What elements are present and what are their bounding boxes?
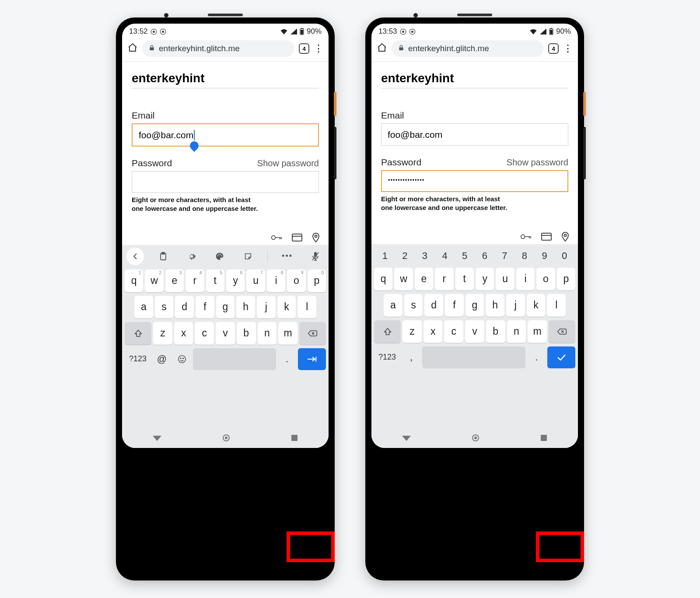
symbols-key[interactable]: ?123 xyxy=(125,348,151,370)
key-x[interactable]: x xyxy=(174,322,193,345)
volume-button[interactable] xyxy=(334,127,336,179)
gear-icon[interactable] xyxy=(183,248,200,265)
numkey-3[interactable]: 3 xyxy=(415,245,435,266)
key-g[interactable]: g xyxy=(216,296,235,318)
shift-key[interactable] xyxy=(374,320,401,343)
key-y[interactable]: y xyxy=(476,268,494,290)
key-a[interactable]: a xyxy=(384,294,402,317)
tab-switcher[interactable]: 4 xyxy=(548,43,559,54)
key-s[interactable]: s xyxy=(404,294,423,317)
numkey-8[interactable]: 8 xyxy=(514,245,535,266)
spacebar-key[interactable] xyxy=(422,346,525,368)
key-icon[interactable] xyxy=(520,233,532,241)
key-icon[interactable] xyxy=(271,234,282,241)
key-p[interactable]: p0 xyxy=(308,269,326,292)
spacebar-key[interactable] xyxy=(193,348,276,370)
key-l[interactable]: l xyxy=(298,296,316,318)
key-i[interactable]: i xyxy=(516,268,535,290)
key-v[interactable]: v xyxy=(216,322,235,345)
at-key[interactable]: @ xyxy=(153,348,171,370)
nav-recent-icon[interactable] xyxy=(540,434,547,443)
key-z[interactable]: z xyxy=(402,320,422,343)
period-key[interactable]: . xyxy=(278,348,296,370)
emoji-key[interactable] xyxy=(173,348,191,370)
key-c[interactable]: c xyxy=(195,322,214,345)
menu-icon[interactable]: ⋮ xyxy=(563,44,573,53)
power-button[interactable] xyxy=(583,92,586,116)
clipboard-icon[interactable] xyxy=(154,248,172,265)
key-f[interactable]: f xyxy=(196,296,214,318)
key-y[interactable]: y6 xyxy=(226,269,245,292)
volume-button[interactable] xyxy=(583,127,586,179)
key-k[interactable]: k xyxy=(277,296,296,318)
key-j[interactable]: j xyxy=(257,296,276,318)
key-w[interactable]: w xyxy=(394,268,413,290)
comma-key[interactable]: , xyxy=(402,346,420,368)
show-password-toggle[interactable]: Show password xyxy=(257,158,319,168)
key-h[interactable]: h xyxy=(236,296,255,318)
backspace-key[interactable] xyxy=(299,322,326,345)
show-password-toggle[interactable]: Show password xyxy=(507,157,568,168)
nav-home-icon[interactable] xyxy=(472,434,480,444)
more-icon[interactable]: ••• xyxy=(279,248,296,265)
key-u[interactable]: u7 xyxy=(246,269,265,292)
home-icon[interactable] xyxy=(377,42,387,55)
key-m[interactable]: m xyxy=(528,320,547,343)
menu-icon[interactable]: ⋮ xyxy=(314,44,323,53)
key-o[interactable]: o9 xyxy=(287,269,305,292)
key-a[interactable]: a xyxy=(134,296,153,318)
numkey-5[interactable]: 5 xyxy=(455,245,475,266)
key-t[interactable]: t xyxy=(455,268,474,290)
key-r[interactable]: r4 xyxy=(186,269,204,292)
key-k[interactable]: k xyxy=(527,294,546,317)
home-icon[interactable] xyxy=(127,42,138,55)
numkey-6[interactable]: 6 xyxy=(475,245,495,266)
key-e[interactable]: e3 xyxy=(165,269,184,292)
key-h[interactable]: h xyxy=(486,294,504,317)
password-input[interactable]: ••••••••••••••• xyxy=(381,170,568,192)
nav-back-icon[interactable] xyxy=(402,435,411,443)
palette-icon[interactable] xyxy=(211,248,228,265)
key-i[interactable]: i8 xyxy=(267,269,285,292)
enter-key-next[interactable] xyxy=(298,348,326,370)
numkey-7[interactable]: 7 xyxy=(495,245,515,266)
key-q[interactable]: q1 xyxy=(125,269,143,292)
key-r[interactable]: r xyxy=(435,268,453,290)
toolbar-back-icon[interactable] xyxy=(126,248,144,265)
shift-key[interactable] xyxy=(125,322,151,345)
email-input[interactable]: foo@bar.com xyxy=(132,123,319,147)
key-z[interactable]: z xyxy=(153,322,172,345)
key-d[interactable]: d xyxy=(424,294,443,317)
numkey-1[interactable]: 1 xyxy=(375,245,395,266)
key-d[interactable]: d xyxy=(175,296,194,318)
email-input[interactable]: foo@bar.com xyxy=(381,123,568,146)
numkey-0[interactable]: 0 xyxy=(554,245,574,266)
key-b[interactable]: b xyxy=(237,322,256,345)
key-e[interactable]: e xyxy=(415,268,433,290)
key-w[interactable]: w2 xyxy=(145,269,163,292)
location-icon[interactable] xyxy=(312,233,320,242)
key-p[interactable]: p xyxy=(557,268,575,290)
cursor-handle-icon[interactable] xyxy=(188,139,200,151)
card-icon[interactable] xyxy=(292,234,302,241)
numkey-9[interactable]: 9 xyxy=(535,245,555,266)
key-f[interactable]: f xyxy=(445,294,464,317)
enter-key-done[interactable] xyxy=(547,346,575,368)
key-q[interactable]: q xyxy=(374,268,392,290)
key-t[interactable]: t5 xyxy=(206,269,224,292)
key-o[interactable]: o xyxy=(536,268,555,290)
backspace-key[interactable] xyxy=(549,320,575,343)
nav-recent-icon[interactable] xyxy=(291,434,298,443)
key-n[interactable]: n xyxy=(258,322,277,345)
key-j[interactable]: j xyxy=(506,294,525,317)
tab-switcher[interactable]: 4 xyxy=(299,43,309,54)
power-button[interactable] xyxy=(334,92,336,116)
card-icon[interactable] xyxy=(541,233,552,241)
numkey-4[interactable]: 4 xyxy=(435,245,455,266)
period-key[interactable]: . xyxy=(527,346,546,368)
key-g[interactable]: g xyxy=(466,294,484,317)
url-bar[interactable]: enterkeyhint.glitch.me xyxy=(392,40,544,57)
url-bar[interactable]: enterkeyhint.glitch.me xyxy=(142,40,294,57)
key-u[interactable]: u xyxy=(496,268,514,290)
key-x[interactable]: x xyxy=(424,320,443,343)
